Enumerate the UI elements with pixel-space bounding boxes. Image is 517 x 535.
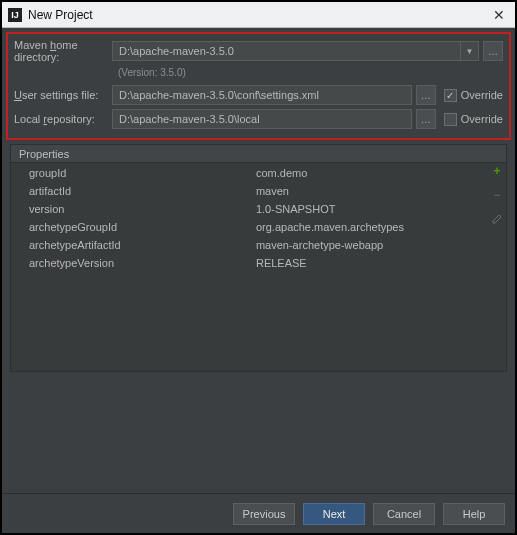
- next-button[interactable]: Next: [303, 503, 365, 525]
- properties-table[interactable]: groupIdcom.demoartifactIdmavenversion1.0…: [11, 163, 506, 273]
- properties-panel: Properties groupIdcom.demoartifactIdmave…: [10, 144, 507, 372]
- table-row[interactable]: groupIdcom.demo: [13, 165, 504, 181]
- app-icon: IJ: [8, 8, 22, 22]
- table-row[interactable]: archetypeArtifactIdmaven-archetype-webap…: [13, 237, 504, 253]
- property-key: archetypeGroupId: [13, 219, 238, 235]
- new-project-dialog: IJ New Project ✕ Maven home directory: D…: [0, 0, 517, 535]
- properties-toolbar: + −: [490, 165, 504, 225]
- table-row[interactable]: archetypeVersionRELEASE: [13, 255, 504, 271]
- settings-override-label: Override: [461, 89, 503, 101]
- property-value: maven: [240, 183, 504, 199]
- table-row[interactable]: archetypeGroupIdorg.apache.maven.archety…: [13, 219, 504, 235]
- maven-home-row: Maven home directory: D:\apache-maven-3.…: [14, 40, 503, 62]
- local-repo-override-checkbox[interactable]: [444, 113, 457, 126]
- maven-version-row: (Version: 3.5.0): [14, 64, 503, 80]
- table-row[interactable]: version1.0-SNAPSHOT: [13, 201, 504, 217]
- local-repo-field[interactable]: D:\apache-maven-3.5.0\local: [112, 109, 412, 129]
- help-button[interactable]: Help: [443, 503, 505, 525]
- maven-home-browse-button[interactable]: …: [483, 41, 503, 61]
- property-key: artifactId: [13, 183, 238, 199]
- maven-home-combo[interactable]: D:\apache-maven-3.5.0: [112, 41, 461, 61]
- property-value: 1.0-SNAPSHOT: [240, 201, 504, 217]
- property-key: archetypeArtifactId: [13, 237, 238, 253]
- settings-file-row: User settings file: D:\apache-maven-3.5.…: [14, 84, 503, 106]
- property-value: RELEASE: [240, 255, 504, 271]
- local-repo-override[interactable]: Override: [444, 113, 503, 126]
- settings-file-field[interactable]: D:\apache-maven-3.5.0\conf\settings.xml: [112, 85, 412, 105]
- settings-file-override[interactable]: Override: [444, 89, 503, 102]
- settings-file-label: User settings file:: [14, 89, 112, 101]
- close-icon[interactable]: ✕: [489, 7, 509, 23]
- previous-button[interactable]: Previous: [233, 503, 295, 525]
- property-value: maven-archetype-webapp: [240, 237, 504, 253]
- properties-header: Properties: [11, 145, 506, 163]
- remove-property-icon: −: [491, 189, 503, 201]
- add-property-icon[interactable]: +: [491, 165, 503, 177]
- property-value: org.apache.maven.archetypes: [240, 219, 504, 235]
- titlebar: IJ New Project ✕: [2, 2, 515, 28]
- local-repo-row: Local repository: D:\apache-maven-3.5.0\…: [14, 108, 503, 130]
- property-key: version: [13, 201, 238, 217]
- properties-body: groupIdcom.demoartifactIdmavenversion1.0…: [11, 163, 506, 371]
- property-key: archetypeVersion: [13, 255, 238, 271]
- maven-config-panel: Maven home directory: D:\apache-maven-3.…: [6, 32, 511, 140]
- cancel-button[interactable]: Cancel: [373, 503, 435, 525]
- property-key: groupId: [13, 165, 238, 181]
- button-bar: Previous Next Cancel Help: [2, 493, 515, 533]
- property-value: com.demo: [240, 165, 504, 181]
- maven-home-dropdown-icon[interactable]: ▼: [461, 41, 479, 61]
- spacer: [2, 372, 515, 493]
- table-row[interactable]: artifactIdmaven: [13, 183, 504, 199]
- settings-file-browse-button[interactable]: …: [416, 85, 436, 105]
- dialog-body: Maven home directory: D:\apache-maven-3.…: [2, 28, 515, 533]
- window-title: New Project: [28, 8, 489, 22]
- local-repo-browse-button[interactable]: …: [416, 109, 436, 129]
- local-repo-override-label: Override: [461, 113, 503, 125]
- edit-property-icon: [491, 213, 503, 225]
- local-repo-label: Local repository:: [14, 113, 112, 125]
- settings-override-checkbox[interactable]: [444, 89, 457, 102]
- maven-version-text: (Version: 3.5.0): [112, 67, 186, 78]
- maven-home-label: Maven home directory:: [14, 39, 112, 63]
